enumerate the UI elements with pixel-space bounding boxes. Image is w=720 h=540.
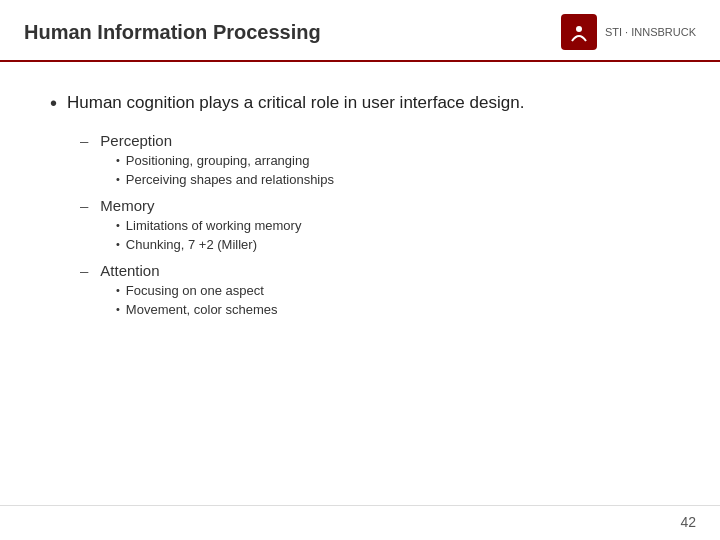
memory-group: – Memory • Limitations of working memory… xyxy=(80,197,670,252)
list-item: • Focusing on one aspect xyxy=(116,283,670,298)
perception-bullet-1: Positioning, grouping, arranging xyxy=(126,153,310,168)
sub-list: – Perception • Positioning, grouping, ar… xyxy=(80,132,670,317)
dash-icon: – xyxy=(80,132,88,149)
attention-bullet-2: Movement, color schemes xyxy=(126,302,278,317)
attention-group: – Attention • Focusing on one aspect • M… xyxy=(80,262,670,317)
mini-bullet-icon: • xyxy=(116,238,120,250)
list-item: • Chunking, 7 +2 (Miller) xyxy=(116,237,670,252)
main-bullet: • Human cognition plays a critical role … xyxy=(50,90,670,116)
logo-icon xyxy=(561,14,597,50)
perception-group: – Perception • Positioning, grouping, ar… xyxy=(80,132,670,187)
slide-title: Human Information Processing xyxy=(24,21,321,44)
memory-bullet-2: Chunking, 7 +2 (Miller) xyxy=(126,237,257,252)
svg-point-0 xyxy=(576,26,582,32)
mini-bullet-icon: • xyxy=(116,284,120,296)
slide-footer: 42 xyxy=(0,505,720,540)
attention-title: Attention xyxy=(100,262,159,279)
main-bullet-text: Human cognition plays a critical role in… xyxy=(67,90,524,116)
logo-text: STI · INNSBRUCK xyxy=(605,25,696,39)
attention-bullet-1: Focusing on one aspect xyxy=(126,283,264,298)
perception-label: – Perception xyxy=(80,132,670,149)
memory-bullet-1: Limitations of working memory xyxy=(126,218,302,233)
list-item: • Movement, color schemes xyxy=(116,302,670,317)
memory-label: – Memory xyxy=(80,197,670,214)
mini-bullet-icon: • xyxy=(116,154,120,166)
mini-bullet-icon: • xyxy=(116,173,120,185)
slide: Human Information Processing STI · INNSB… xyxy=(0,0,720,540)
page-number: 42 xyxy=(680,514,696,530)
memory-bullets: • Limitations of working memory • Chunki… xyxy=(116,218,670,252)
perception-bullet-2: Perceiving shapes and relationships xyxy=(126,172,334,187)
perception-bullets: • Positioning, grouping, arranging • Per… xyxy=(116,153,670,187)
slide-header: Human Information Processing STI · INNSB… xyxy=(0,0,720,62)
dash-icon: – xyxy=(80,197,88,214)
list-item: • Positioning, grouping, arranging xyxy=(116,153,670,168)
slide-content: • Human cognition plays a critical role … xyxy=(0,62,720,505)
mini-bullet-icon: • xyxy=(116,303,120,315)
list-item: • Perceiving shapes and relationships xyxy=(116,172,670,187)
attention-label: – Attention xyxy=(80,262,670,279)
list-item: • Limitations of working memory xyxy=(116,218,670,233)
perception-title: Perception xyxy=(100,132,172,149)
logo-area: STI · INNSBRUCK xyxy=(561,14,696,50)
memory-title: Memory xyxy=(100,197,154,214)
mini-bullet-icon: • xyxy=(116,219,120,231)
attention-bullets: • Focusing on one aspect • Movement, col… xyxy=(116,283,670,317)
dash-icon: – xyxy=(80,262,88,279)
bullet-icon: • xyxy=(50,92,57,115)
